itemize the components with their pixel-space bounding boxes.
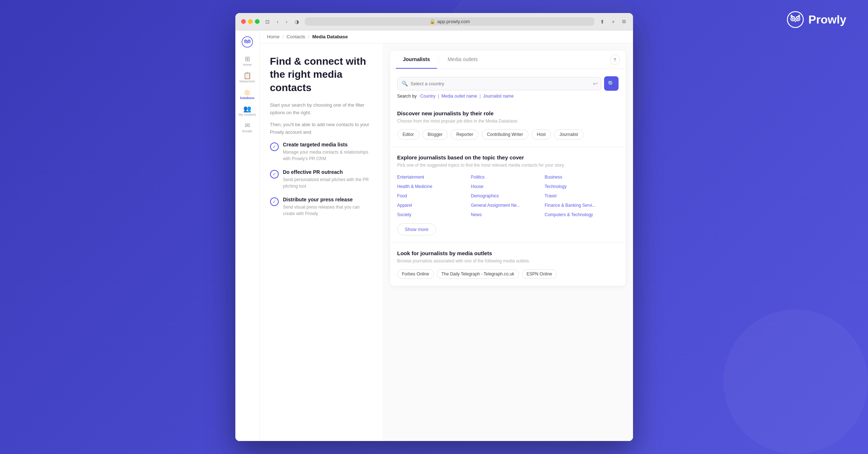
prowly-owl-icon (787, 11, 804, 28)
sidebar-emails-label: Emails (242, 129, 252, 133)
show-more-btn[interactable]: Show more (397, 223, 436, 235)
home-icon: ⊞ (245, 56, 250, 62)
prowly-brand: Prowly (787, 11, 846, 28)
lock-icon: 🔒 (429, 19, 435, 24)
close-dot[interactable] (241, 19, 246, 24)
forward-btn[interactable]: › (284, 18, 289, 25)
maximize-dot[interactable] (255, 19, 260, 24)
search-reset-btn[interactable]: ↩ (593, 80, 598, 87)
topic-link[interactable]: Travel (545, 192, 619, 200)
sidebar-toggle-btn[interactable]: ⊡ (264, 18, 271, 25)
feature-title-3: Distribute your press release (283, 197, 373, 202)
search-area: 🔍 ↩ 🔍 Search by (390, 69, 626, 103)
topic-link[interactable]: Apparel (397, 202, 471, 209)
topic-link[interactable]: Politics (471, 174, 545, 181)
feature-desc-1: Manage your media contacts & relationshi… (283, 149, 373, 162)
topic-link[interactable]: Health & Medicine (397, 183, 471, 190)
feature-title-1: Create targeted media lists (283, 142, 373, 147)
sidebar-item-newsroom[interactable]: 📋 Newsroom (235, 70, 260, 85)
svg-point-5 (242, 37, 252, 47)
country-search-input[interactable] (397, 77, 601, 90)
feature-item-1: ✓ Create targeted media lists Manage you… (270, 142, 373, 162)
tabs-header: Journalists Media outlets ? (390, 51, 626, 69)
sidebar-database-label: Database (240, 96, 255, 100)
topic-link[interactable]: General Assignment Ne... (471, 202, 545, 209)
svg-point-3 (792, 18, 794, 20)
outlet-tag[interactable]: Forbes Online (397, 269, 434, 279)
role-tag[interactable]: Host (531, 129, 551, 140)
breadcrumb-contacts[interactable]: Contacts (287, 34, 305, 39)
sidebar: ⊞ Home 📋 Newsroom ◎ Database 👥 My contac… (235, 30, 260, 441)
svg-point-8 (245, 41, 246, 42)
topic-link[interactable]: Society (397, 211, 471, 218)
top-bar: Home / Contacts / Media Database (260, 30, 633, 43)
roles-subtitle: Choose from the most popular job titles … (397, 118, 619, 124)
topic-link[interactable]: Business (545, 174, 619, 181)
search-input-wrapper: 🔍 ↩ (397, 77, 601, 90)
breadcrumb-sep2: / (308, 34, 309, 39)
roles-title: Discover new journalists by their role (397, 110, 619, 116)
topic-link[interactable]: Food (397, 192, 471, 200)
left-panel: Find & connect with the right media cont… (260, 43, 383, 441)
feature-title-2: Do effective PR outreach (283, 169, 373, 175)
back-btn[interactable]: ‹ (275, 18, 280, 25)
topics-section: Explore journalists based on the topic t… (390, 147, 626, 243)
help-button[interactable]: ? (610, 55, 620, 65)
role-tag[interactable]: Contributing Writer (482, 129, 529, 140)
tab-journalists[interactable]: Journalists (396, 51, 437, 69)
check-icon-1: ✓ (270, 142, 279, 151)
feature-desc-2: Send personalized email pitches with the… (283, 176, 373, 189)
search-by-journalist[interactable]: Journalist name (483, 94, 514, 99)
topic-link[interactable]: House (471, 183, 545, 190)
search-icon: 🔍 (402, 81, 408, 86)
outlets-subtitle: Browse journalists associated with one o… (397, 258, 619, 264)
hero-desc2: Then, you'll be able to add new contacts… (270, 121, 373, 136)
tabs-btn[interactable]: ⧉ (621, 18, 627, 25)
sidebar-item-mycontacts[interactable]: 👥 My contacts (235, 103, 260, 119)
role-tag[interactable]: Reporter (451, 129, 479, 140)
tab-media-outlets[interactable]: Media outlets (440, 51, 485, 69)
outlet-tag[interactable]: The Daily Telegraph - Telegraph.co.uk (437, 269, 519, 279)
search-by-outlet[interactable]: Media outlet name (441, 94, 477, 99)
minimize-dot[interactable] (248, 19, 253, 24)
role-tag[interactable]: Blogger (422, 129, 448, 140)
search-row: 🔍 ↩ 🔍 (397, 76, 619, 91)
theme-btn[interactable]: ◑ (293, 18, 300, 25)
sidebar-item-home[interactable]: ⊞ Home (235, 53, 260, 69)
breadcrumb-home[interactable]: Home (267, 34, 280, 39)
outlet-tag[interactable]: ESPN Online (522, 269, 557, 279)
topic-link[interactable]: News (471, 211, 545, 218)
topics-subtitle: Pick one of the suggested topics to find… (397, 162, 619, 168)
tabs-container: Journalists Media outlets ? (390, 51, 626, 286)
search-submit-btn[interactable]: 🔍 (604, 76, 619, 91)
search-by-country[interactable]: Country (420, 94, 436, 99)
topic-link[interactable]: Finance & Banking Servi... (545, 202, 619, 209)
topic-link[interactable]: Computers & Technology (545, 211, 619, 218)
newsroom-icon: 📋 (243, 72, 251, 79)
database-icon: ◎ (244, 89, 250, 95)
sidebar-item-database[interactable]: ◎ Database (235, 87, 260, 102)
role-tag[interactable]: Journalist (554, 129, 583, 140)
role-tag[interactable]: Editor (397, 129, 419, 140)
feature-item-2: ✓ Do effective PR outreach Send personal… (270, 169, 373, 189)
new-tab-btn[interactable]: + (610, 18, 616, 25)
sidebar-mycontacts-label: My contacts (239, 113, 256, 116)
svg-point-0 (787, 12, 803, 27)
check-icon-3: ✓ (270, 197, 279, 206)
topics-grid: EntertainmentPoliticsBusinessHealth & Me… (397, 174, 619, 218)
address-bar[interactable]: 🔒 app.prowly.com (305, 17, 594, 26)
window-controls (241, 19, 260, 24)
roles-tags: EditorBloggerReporterContributing Writer… (397, 129, 619, 140)
topic-link[interactable]: Demographics (471, 192, 545, 200)
breadcrumb-current: Media Database (312, 34, 348, 39)
sidebar-item-emails[interactable]: ✉ Emails (235, 120, 260, 135)
outlets-title: Look for journalists by media outlets (397, 250, 619, 256)
roles-section: Discover new journalists by their role C… (390, 103, 626, 147)
topic-link[interactable]: Entertainment (397, 174, 471, 181)
topic-link[interactable]: Technology (545, 183, 619, 190)
url-text: app.prowly.com (437, 19, 470, 24)
outlet-tags: Forbes OnlineThe Daily Telegraph - Teleg… (397, 269, 619, 279)
share-btn[interactable]: ⬆ (599, 18, 606, 25)
app-layout: ⊞ Home 📋 Newsroom ◎ Database 👥 My contac… (235, 30, 633, 441)
hero-desc1: Start your search by choosing one of the… (270, 102, 373, 117)
